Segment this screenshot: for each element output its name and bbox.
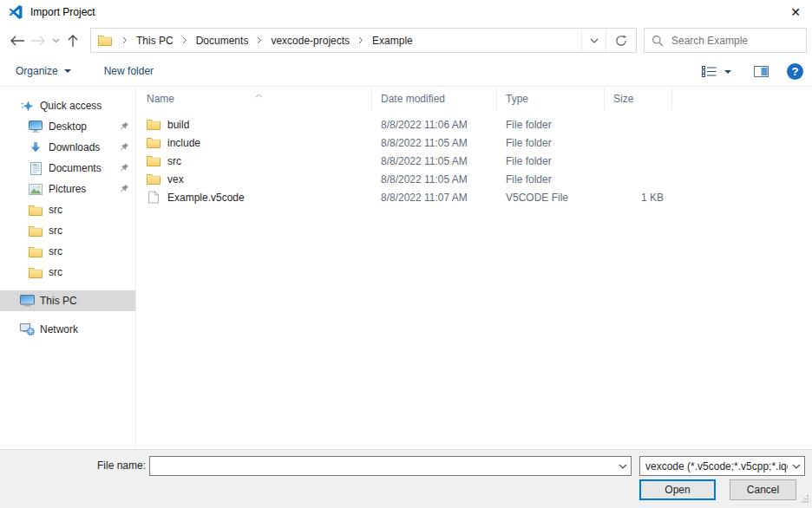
back-button[interactable] [7,30,28,51]
sidebar-item-label: Pictures [49,183,86,195]
sidebar-item-label: src [49,225,62,237]
search-icon [652,35,664,47]
help-icon[interactable]: ? [787,63,803,80]
sidebar-item-this-pc[interactable]: This PC [0,290,135,311]
sidebar-item-label: Documents [49,162,102,174]
sidebar-item-downloads[interactable]: Downloads [0,137,135,158]
sidebar-item-label: src [49,204,62,216]
sidebar-item-desktop[interactable]: Desktop [0,116,135,137]
breadcrumb-chevron-icon [177,29,193,52]
sidebar-item-label: This PC [40,295,77,307]
table-row[interactable]: include 8/8/2022 11:05 AM File folder [136,134,812,152]
search-input[interactable] [671,35,799,47]
forward-button[interactable] [28,30,49,51]
table-row[interactable]: Example.v5code 8/8/2022 11:07 AM V5CODE … [136,188,812,206]
sidebar-item-label: src [49,266,62,278]
breadcrumb-chevron-icon [252,29,267,52]
file-size: 1 KB [605,192,672,204]
sidebar-item-documents[interactable]: Documents [0,158,135,179]
change-view-button[interactable] [698,62,735,81]
sidebar-item-network[interactable]: Network [0,319,135,340]
file-type: File folder [497,173,605,186]
column-header-size[interactable]: Size [605,87,672,110]
search-box[interactable] [644,28,807,53]
pictures-icon [28,184,43,195]
file-name: include [167,137,200,149]
preview-pane-button[interactable] [750,62,772,81]
file-date-modified: 8/8/2022 11:05 AM [372,137,497,149]
breadcrumb-this-pc[interactable]: This PC [133,29,177,52]
file-name: Example.v5code [167,192,245,204]
title-bar: Import Project ✕ [0,0,812,24]
column-header-type[interactable]: Type [497,87,605,110]
sidebar-item-pictures[interactable]: Pictures [0,179,135,199]
sidebar-item-src[interactable]: src [0,262,135,283]
sidebar-item-src[interactable]: src [0,241,135,262]
chevron-down-icon [724,70,731,74]
file-date-modified: 8/8/2022 11:05 AM [372,155,497,167]
folder-icon [28,205,43,216]
breadcrumb-chevron-icon [353,29,369,52]
new-folder-button[interactable]: New folder [99,61,159,81]
downloads-icon [28,141,43,153]
column-headers: Name Date modified Type Size [136,87,812,110]
navigation-pane: Quick access Desktop Downloads Documents [0,87,136,449]
cancel-button[interactable]: Cancel [730,479,796,500]
documents-icon [28,162,43,175]
column-header-name[interactable]: Name [136,87,372,110]
this-pc-icon [19,295,35,307]
file-type-select[interactable]: vexcode (*.v5code;*.v5cpp;*.iqc [639,456,805,476]
file-type: File folder [497,155,605,167]
sidebar-item-label: Downloads [49,141,100,153]
pin-icon[interactable] [120,121,129,131]
desktop-icon [28,120,43,133]
folder-icon [147,155,160,166]
file-name: build [167,119,189,131]
pin-icon[interactable] [120,184,129,193]
file-name-input[interactable] [150,457,614,475]
recent-locations-chevron-icon[interactable] [49,30,62,51]
address-bar[interactable]: This PC Documents vexcode-projects Examp… [90,28,637,53]
resize-grip[interactable] [802,493,809,505]
file-type: File folder [497,137,605,149]
navigation-bar: This PC Documents vexcode-projects Examp… [0,24,812,56]
table-row[interactable]: vex 8/8/2022 11:05 AM File folder [136,170,812,188]
chevron-down-icon[interactable] [614,457,631,475]
pin-icon[interactable] [120,163,129,173]
table-row[interactable]: build 8/8/2022 11:06 AM File folder [136,115,812,134]
file-name: vex [167,173,184,186]
vexcode-logo-icon [8,4,23,20]
address-dropdown-chevron-icon[interactable] [581,29,606,52]
sidebar-item-label: Desktop [49,120,87,133]
sidebar-item-quick-access[interactable]: Quick access [0,95,135,116]
file-date-modified: 8/8/2022 11:05 AM [372,173,497,186]
sort-ascending-icon [255,88,263,101]
refresh-icon[interactable] [606,29,636,52]
breadcrumb-vexcode-projects[interactable]: vexcode-projects [267,29,353,52]
close-icon[interactable]: ✕ [787,3,804,21]
column-header-date-modified[interactable]: Date modified [372,87,497,110]
file-list: Name Date modified Type Size build 8/8/2… [136,87,812,449]
folder-icon [147,173,160,185]
toolbar-right-group: ? [698,56,805,87]
file-type-selected-option: vexcode (*.v5code;*.v5cpp;*.iqc [640,460,788,472]
file-name: src [167,155,181,167]
breadcrumb-example[interactable]: Example [369,29,416,52]
breadcrumb-documents[interactable]: Documents [193,29,252,52]
dialog-footer: File name: vexcode (*.v5code;*.v5cpp;*.i… [0,449,812,508]
folder-icon [28,246,43,257]
sidebar-item-src[interactable]: src [0,199,135,220]
up-button[interactable] [62,30,83,51]
quick-access-icon [19,100,35,113]
window-title: Import Project [30,6,95,18]
open-button[interactable]: Open [639,479,716,500]
network-icon [19,323,35,335]
organize-button[interactable]: Organize [10,61,76,81]
table-row[interactable]: src 8/8/2022 11:05 AM File folder [136,152,812,170]
sidebar-item-src[interactable]: src [0,220,135,241]
folder-icon [147,119,160,130]
pin-icon[interactable] [120,142,129,152]
details-view-icon [702,66,717,77]
sidebar-item-label: Network [40,323,78,335]
file-name-label: File name: [0,459,146,472]
